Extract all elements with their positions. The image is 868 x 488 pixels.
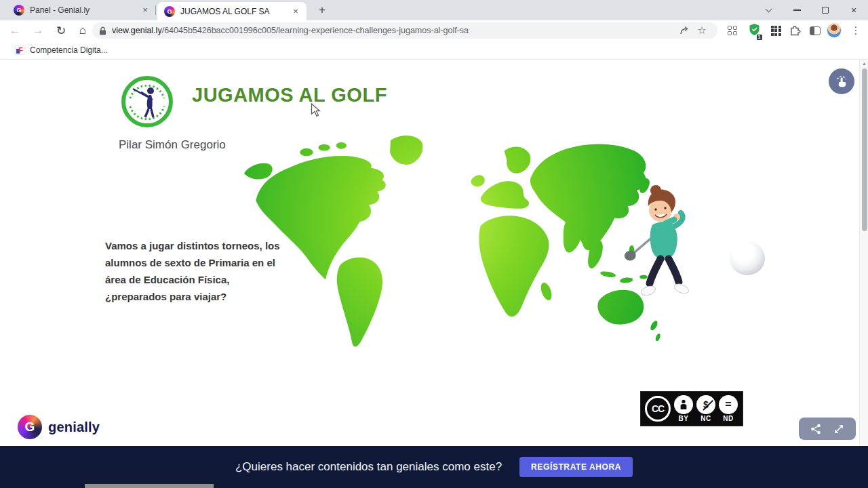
bookmarks-bar: F Competencia Digita...	[0, 41, 868, 60]
url-domain: view.genial.ly	[112, 26, 162, 35]
grid-2x2-icon	[728, 26, 737, 35]
scrollbar-thumb[interactable]	[862, 68, 867, 231]
genially-brand-link[interactable]: G genially	[18, 415, 100, 439]
minimize-icon	[793, 9, 801, 11]
cc-license-badge[interactable]: CC BY $ NC = ND	[640, 391, 743, 426]
golfer-character	[618, 184, 707, 303]
extensions-button[interactable]	[785, 20, 804, 41]
genially-favicon-icon: G	[164, 6, 175, 17]
grid-extension-button[interactable]	[766, 20, 785, 41]
reload-button[interactable]: ↻	[52, 20, 71, 41]
genially-logo-icon: G	[18, 415, 42, 439]
genially-wordmark: genially	[48, 420, 100, 435]
paragraph-line: alumnos de sexto de Primaria en el	[105, 254, 295, 271]
share-button[interactable]	[810, 424, 821, 434]
cc-logo-icon: CC	[645, 396, 671, 422]
cc-nd-label: ND	[723, 415, 733, 422]
side-panel-button[interactable]	[806, 20, 825, 41]
tab-strip: G Panel - Genial.ly × G JUGAMOS AL GOLF …	[0, 0, 868, 20]
cc-by-icon	[674, 395, 693, 414]
register-now-button[interactable]: REGÍSTRATE AHORA	[519, 457, 633, 477]
world-map	[243, 117, 663, 357]
lock-icon	[99, 26, 106, 35]
browser-window: G Panel - Genial.ly × G JUGAMOS AL GOLF …	[0, 0, 868, 488]
bottom-progress-fragment	[85, 484, 214, 488]
maximize-button[interactable]	[811, 0, 840, 20]
bookmark-favicon-icon: F	[15, 45, 24, 55]
minimize-button[interactable]	[783, 0, 811, 20]
chevron-down-icon	[765, 6, 772, 13]
puzzle-icon	[789, 25, 801, 37]
bookmark-star-button[interactable]: ☆	[693, 24, 711, 37]
genially-favicon-icon: G	[14, 5, 24, 16]
bookmark-item[interactable]: Competencia Digita...	[30, 45, 108, 55]
share-icon	[679, 26, 690, 35]
page-content: JUGAMOS AL GOLF Pilar Simón Gregorio	[0, 60, 868, 446]
maximize-icon	[822, 7, 829, 14]
cc-nc-icon: $	[696, 395, 715, 414]
click-hand-icon	[835, 75, 848, 88]
paragraph-line: ¿preparados para viajar?	[105, 288, 295, 305]
genially-promo-banner: ¿Quieres hacer contenidos tan geniales c…	[0, 446, 868, 488]
adblock-extension-button[interactable]: 1	[745, 20, 764, 41]
cc-nd-icon: =	[719, 395, 738, 414]
banner-question: ¿Quieres hacer contenidos tan geniales c…	[235, 460, 502, 474]
url-text: view.genial.ly/64045b5426bacc001996c005/…	[112, 26, 675, 35]
url-path: /64045b5426bacc001996c005/learning-exper…	[162, 26, 469, 35]
paragraph-line: Vamos a jugar distintos torneos, los	[105, 237, 295, 254]
tab-panel-genially[interactable]: G Panel - Genial.ly ×	[7, 0, 156, 20]
tab-search-button[interactable]	[754, 0, 783, 20]
tab-title: Panel - Genial.ly	[30, 5, 140, 15]
close-button[interactable]: ×	[840, 0, 868, 20]
scroll-up-icon[interactable]: ▲	[861, 61, 867, 66]
tab-close-icon[interactable]: ×	[140, 5, 151, 16]
browser-toolbar: ← → ↻ ⌂ view.genial.ly/64045b5426bacc001…	[0, 20, 868, 41]
paragraph-line: área de Educación Física,	[105, 271, 295, 288]
workspaces-extension-button[interactable]	[723, 20, 742, 41]
mouse-cursor	[311, 103, 321, 117]
cc-nc-label: NC	[701, 415, 711, 422]
avatar-icon	[827, 23, 842, 38]
address-bar[interactable]: view.genial.ly/64045b5426bacc001996c005/…	[92, 22, 717, 39]
golf-club-logo	[121, 75, 174, 128]
shield-icon: 1	[749, 23, 760, 39]
cc-by-label: BY	[679, 415, 689, 422]
forward-button[interactable]: →	[28, 20, 47, 41]
profile-avatar[interactable]	[825, 20, 844, 41]
tab-close-icon[interactable]: ×	[290, 6, 301, 17]
share-page-button[interactable]	[675, 26, 693, 35]
back-button[interactable]: ←	[5, 20, 24, 41]
fullscreen-button[interactable]	[833, 424, 844, 434]
tab-title: JUGAMOS AL GOLF SA	[180, 7, 290, 16]
browser-menu-button[interactable]: ⋮	[846, 20, 865, 41]
extension-badge: 1	[756, 34, 763, 41]
page-title: JUGAMOS AL GOLF	[192, 84, 387, 106]
home-button[interactable]: ⌂	[73, 20, 92, 41]
interactive-indicator-button[interactable]	[829, 68, 854, 94]
tab-jugamos-al-golf[interactable]: G JUGAMOS AL GOLF SA ×	[157, 2, 307, 20]
page-scrollbar[interactable]: ▲	[859, 60, 868, 446]
viewer-actions	[799, 418, 856, 440]
author-name: Pilar Simón Gregorio	[119, 138, 226, 152]
new-tab-button[interactable]: +	[313, 2, 331, 18]
window-controls: ×	[754, 0, 868, 20]
intro-paragraph: Vamos a jugar distintos torneos, los alu…	[105, 237, 295, 305]
grid-3x3-icon	[771, 26, 781, 36]
golf-ball	[730, 241, 765, 275]
side-panel-icon	[810, 26, 821, 35]
